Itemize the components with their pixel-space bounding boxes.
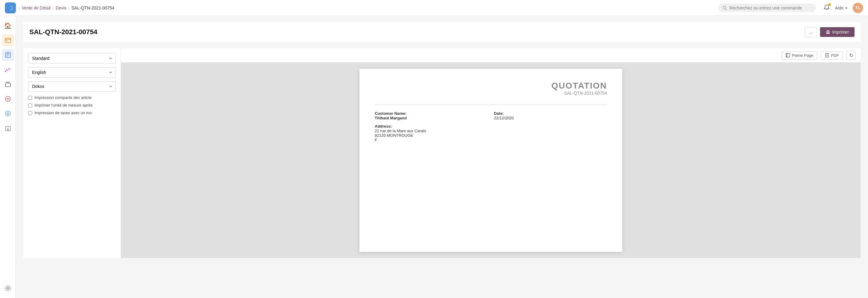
- fullpage-button[interactable]: Pleine Page: [782, 51, 817, 60]
- svg-rect-8: [5, 83, 10, 87]
- customer-name-value: Thibaut Margand: [375, 116, 488, 120]
- sidebar-item-pos[interactable]: [2, 34, 14, 46]
- breadcrumb-sep-2: ›: [68, 5, 70, 10]
- sidebar-item-finance[interactable]: [2, 107, 14, 120]
- document-preview-panel: Pleine Page PDF ↻ QUOTATION: [121, 48, 861, 258]
- chevron-down-icon: [845, 6, 848, 9]
- main-content: SAL-QTN-2021-00754 ... Imprimer Standard…: [16, 16, 868, 298]
- checkbox-compact: Impression compacte des article: [28, 95, 116, 100]
- font-control: Dokos Arial Helvetica: [28, 81, 116, 92]
- svg-rect-15: [786, 54, 790, 57]
- svg-line-2: [725, 8, 727, 10]
- date-section: Date: 22/12/2020: [494, 111, 607, 120]
- breadcrumb-item-2: SAL-QTN-2021-00754: [71, 5, 114, 10]
- preview-toolbar: Pleine Page PDF ↻: [121, 48, 861, 63]
- search-icon: [722, 5, 727, 10]
- page-title: SAL-QTN-2021-00754: [29, 28, 97, 36]
- document-ref: SAL-QTN-2021-00754: [375, 91, 607, 96]
- page-actions: ... Imprimer: [805, 27, 855, 37]
- taxes-print-checkbox[interactable]: [28, 111, 32, 115]
- document-header: QUOTATION SAL-QTN-2021-00754: [375, 81, 607, 96]
- printer-icon: [826, 30, 830, 34]
- taxes-print-label: Impression de taxes avec un mo: [34, 110, 92, 115]
- svg-point-0: [6, 4, 14, 12]
- unit-print-label: Imprimer l'unité de mesure après: [34, 103, 93, 107]
- help-button[interactable]: Aide: [835, 5, 848, 10]
- avatar[interactable]: TL: [853, 3, 863, 13]
- breadcrumb-item-1[interactable]: Devis: [56, 5, 66, 10]
- template-select[interactable]: Standard Compact Extended: [28, 53, 116, 64]
- template-control: Standard Compact Extended: [28, 53, 116, 64]
- sidebar-item-orders[interactable]: [2, 93, 14, 105]
- breadcrumb: › Vente de Détail › Devis › SAL-QTN-2021…: [18, 5, 114, 10]
- sidebar-item-home[interactable]: 🏠: [2, 20, 14, 32]
- sidebar-item-settings[interactable]: [2, 282, 14, 294]
- search-bar[interactable]: [718, 4, 816, 12]
- address-section: Address: 21 rue de la Mare aux Carats 92…: [375, 124, 488, 142]
- help-label: Aide: [835, 5, 843, 10]
- customer-name-section: Customer Name: Thibaut Margand: [375, 111, 488, 120]
- search-input[interactable]: [730, 5, 812, 10]
- pdf-icon: [825, 53, 829, 57]
- address-label: Address:: [375, 124, 488, 129]
- address-line2: 92120 MONTROUGE: [375, 133, 413, 138]
- language-select[interactable]: English Français Deutsch: [28, 67, 116, 77]
- compact-print-checkbox[interactable]: [28, 96, 32, 100]
- refresh-icon: ↻: [849, 53, 853, 58]
- print-settings-panel: Standard Compact Extended English França…: [23, 48, 121, 258]
- document-fields: Customer Name: Thibaut Margand Date: 22/…: [375, 111, 607, 142]
- svg-point-12: [7, 287, 9, 289]
- refresh-button[interactable]: ↻: [847, 51, 856, 60]
- notification-button[interactable]: [824, 4, 830, 11]
- document-title: QUOTATION: [375, 81, 607, 91]
- checkbox-taxes: Impression de taxes avec un mo: [28, 110, 116, 115]
- language-control: English Français Deutsch: [28, 67, 116, 77]
- print-label: Imprimer: [832, 30, 849, 34]
- sidebar-item-building[interactable]: [2, 122, 14, 134]
- topbar-right: Aide TL: [824, 3, 863, 13]
- address-line3: F: [375, 138, 377, 142]
- svg-rect-11: [5, 126, 10, 131]
- svg-point-7: [5, 71, 6, 72]
- more-options-button[interactable]: ...: [805, 27, 817, 37]
- checkbox-unit: Imprimer l'unité de mesure après: [28, 103, 116, 107]
- sidebar-item-sales[interactable]: [2, 49, 14, 61]
- fullpage-label: Pleine Page: [792, 53, 813, 58]
- sidebar-item-chart[interactable]: [2, 64, 14, 76]
- svg-rect-3: [5, 38, 11, 42]
- page-header: SAL-QTN-2021-00754 ... Imprimer: [23, 22, 861, 42]
- pdf-label: PDF: [831, 53, 839, 58]
- topbar: › Vente de Détail › Devis › SAL-QTN-2021…: [0, 0, 868, 16]
- unit-print-checkbox[interactable]: [28, 103, 32, 107]
- notification-dot: [828, 3, 831, 6]
- document-divider: [375, 105, 607, 105]
- breadcrumb-sep-0: ›: [18, 5, 20, 10]
- sidebar-item-inventory[interactable]: [2, 78, 14, 90]
- compact-print-label: Impression compacte des article: [34, 95, 91, 100]
- document-preview: QUOTATION SAL-QTN-2021-00754 Customer Na…: [360, 69, 622, 252]
- date-value: 22/12/2020: [494, 116, 607, 120]
- sidebar: 🏠: [0, 16, 16, 298]
- date-label: Date:: [494, 111, 607, 116]
- customer-name-label: Customer Name:: [375, 111, 488, 116]
- address-value: 21 rue de la Mare aux Carats 92120 MONTR…: [375, 129, 488, 142]
- print-button[interactable]: Imprimer: [820, 27, 855, 37]
- breadcrumb-item-0[interactable]: Vente de Détail: [22, 5, 51, 10]
- address-line1: 21 rue de la Mare aux Carats: [375, 129, 426, 133]
- svg-rect-14: [827, 32, 829, 33]
- fullpage-icon: [786, 53, 790, 57]
- font-select[interactable]: Dokos Arial Helvetica: [28, 81, 116, 92]
- app-logo[interactable]: [5, 2, 16, 13]
- document-preview-container: QUOTATION SAL-QTN-2021-00754 Customer Na…: [121, 63, 861, 258]
- pdf-button[interactable]: PDF: [821, 51, 843, 60]
- breadcrumb-sep-1: ›: [53, 5, 54, 10]
- content-area: Standard Compact Extended English França…: [23, 48, 861, 258]
- svg-rect-5: [6, 40, 7, 41]
